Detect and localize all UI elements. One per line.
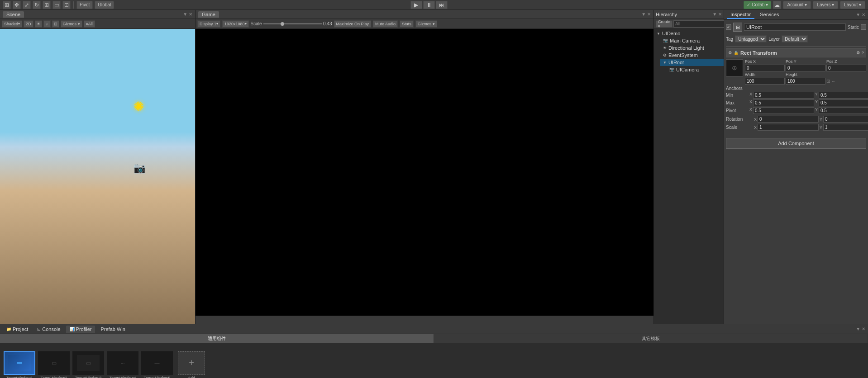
scene-viewport[interactable]: ✺ 📷 [0, 29, 195, 324]
pivot-x-input[interactable] [753, 107, 814, 114]
top-toolbar: ⊞ ✥ ⤢ ↻ ⊞ ▭ ⊡ Pivot Global ▶ ⏸ ⏭ ✓ Colla… [0, 0, 868, 10]
scale-x-input[interactable] [758, 124, 819, 131]
step-button[interactable]: ⏭ [436, 1, 448, 9]
asset-item-tempwindow3[interactable]: ▭ TempWindow3 [72, 351, 104, 378]
project-tab[interactable]: 📁 Project [3, 326, 32, 333]
anchor-max-y-input[interactable] [819, 99, 868, 106]
play-button[interactable]: ▶ [410, 1, 422, 9]
hierarchy-item-maincamera[interactable]: 📷 Main Camera [660, 37, 724, 44]
layers-button[interactable]: Layers ▾ [813, 1, 838, 9]
hierarchy-item-uicamera[interactable]: 📷 UICamera [667, 66, 724, 73]
scale-slider-thumb[interactable] [281, 22, 284, 26]
game-viewport[interactable] [196, 29, 653, 316]
height-col: Height [786, 72, 825, 85]
scale-x-group: X [754, 124, 819, 131]
anchors-label: Anchors [726, 86, 866, 91]
gizmos-scene-button[interactable]: Gizmos ▾ [61, 20, 82, 28]
unity-logo-icon[interactable]: ⊞ [3, 1, 11, 9]
game-tab[interactable]: Game [198, 11, 219, 18]
asset-thumb-5: — [141, 351, 173, 375]
profiler-tab[interactable]: 📊 Profiler [66, 326, 95, 333]
asset-item-tempwindow2[interactable]: ▭ TempWindow2 [38, 351, 70, 378]
scale-y-input[interactable] [823, 124, 868, 131]
scale-tool-icon[interactable]: ⊞ [43, 1, 51, 9]
gizmos-game-button[interactable]: Gizmos ▾ [415, 20, 437, 28]
cloud-icon[interactable]: ☁ [773, 1, 781, 9]
pos-row: ⊕ Pos X Pos Y Pos Z Width [726, 59, 866, 85]
layer-label: Layer [768, 37, 780, 42]
pivot-y-input[interactable] [819, 107, 868, 114]
filter-other-button[interactable]: 其它模板 [434, 334, 868, 343]
prefab-win-tab[interactable]: Prefab Win [97, 326, 129, 333]
effects-icon[interactable]: ⊡ [52, 20, 59, 28]
stats-button[interactable]: Stats [400, 20, 414, 28]
all-layers-button[interactable]: ≡All [84, 20, 95, 28]
maximize-on-play-button[interactable]: Maximize On Play [334, 20, 372, 28]
2d-button[interactable]: 2D [24, 20, 33, 28]
global-button[interactable]: Global [95, 1, 114, 9]
layer-select[interactable]: Default [782, 35, 808, 43]
console-tab[interactable]: ⊡ Console [33, 326, 64, 333]
height-label: Height [786, 72, 825, 77]
pos-y-input[interactable] [786, 65, 825, 71]
scale-y-group: Y [820, 124, 868, 131]
transform-tool-icon[interactable]: ✥ [13, 1, 21, 9]
rotation-x-input[interactable] [758, 116, 819, 123]
main-area: Scene ▼ ✕ Shaded ▾ 2D ☀ ♪ ⊡ Gizmos ▾ ≡Al… [0, 10, 868, 324]
display-button[interactable]: Display 1 ▾ [197, 20, 220, 28]
rotation-y-input[interactable] [823, 116, 868, 123]
tag-label: Tag [726, 37, 733, 42]
inspector-tab[interactable]: Inspector [727, 11, 754, 19]
transform2-tool-icon[interactable]: ⊡ [62, 1, 71, 9]
hierarchy-item-eventsystem[interactable]: ⚙ EventSystem [660, 52, 724, 59]
width-col: Width [745, 72, 785, 85]
camera-icon: 📷 [134, 162, 146, 174]
account-button[interactable]: Account ▾ [783, 1, 811, 9]
asset-item-tempwindow1[interactable]: ━ TempWindow1 [4, 351, 35, 378]
add-asset-button[interactable]: + [178, 351, 205, 375]
rot-y-group: Y [820, 116, 868, 123]
audio-icon[interactable]: ♪ [43, 20, 51, 28]
event-icon: ⚙ [663, 53, 667, 57]
static-checkbox[interactable] [861, 24, 866, 30]
anchor-min-x-input[interactable] [753, 92, 814, 99]
filter-general-button[interactable]: 通用组件 [0, 334, 434, 343]
x-axis-label2: X [749, 99, 752, 106]
width-input[interactable] [745, 78, 785, 85]
object-active-checkbox[interactable]: ✓ [726, 24, 731, 30]
shaded-button[interactable]: Shaded ▾ [2, 20, 22, 28]
hierarchy-item-uiroot[interactable]: ▼ UIRoot [660, 59, 724, 66]
pos-z-input[interactable] [826, 65, 866, 71]
divider1 [726, 46, 866, 47]
services-tab[interactable]: Services [756, 11, 782, 19]
x-axis-label: X [749, 92, 752, 99]
anchor-max-x-input[interactable] [753, 99, 814, 106]
pause-button[interactable]: ⏸ [423, 1, 435, 9]
lighting-icon[interactable]: ☀ [35, 20, 42, 28]
asset-item-tempwindow5[interactable]: — TempWindow5 [141, 351, 173, 378]
asset-add-item[interactable]: + Add [176, 351, 207, 378]
resolution-button[interactable]: 1920x1080 ▾ [222, 20, 249, 28]
rotate-tool-icon[interactable]: ↻ [33, 1, 41, 9]
object-name-input[interactable] [744, 24, 846, 31]
tag-select[interactable]: Untagged [735, 35, 767, 43]
height-input[interactable] [786, 78, 825, 85]
scale-slider[interactable] [263, 23, 322, 24]
move-tool-icon[interactable]: ⤢ [23, 1, 31, 9]
hierarchy-create-button[interactable]: Create ▾ [656, 20, 672, 28]
scale-row: Scale X Y Z [726, 124, 866, 131]
layout-button[interactable]: Layout ▾ [840, 1, 865, 9]
anchor-min-y-input[interactable] [819, 92, 868, 99]
pos-x-input[interactable] [745, 65, 785, 71]
rect-transform-header[interactable]: ⚙ 🔒 Rect Transform ⚙ ? [726, 48, 866, 57]
rect-tool-icon[interactable]: ▭ [52, 1, 61, 9]
add-component-button[interactable]: Add Component [726, 138, 866, 149]
collab-button[interactable]: ✓ Collab ▾ [744, 1, 771, 9]
hierarchy-item-directionallight[interactable]: ☀ Directional Light [660, 44, 724, 52]
hierarchy-item-uidemo[interactable]: ▼ UIDemo [654, 30, 724, 37]
mute-audio-button[interactable]: Mute Audio [373, 20, 398, 28]
pivot-button[interactable]: Pivot [76, 1, 93, 9]
posz-col: Pos Z [826, 59, 866, 71]
scene-tab[interactable]: Scene [3, 11, 24, 18]
asset-item-tempwindow4[interactable]: ··· TempWindow4 [107, 351, 138, 378]
